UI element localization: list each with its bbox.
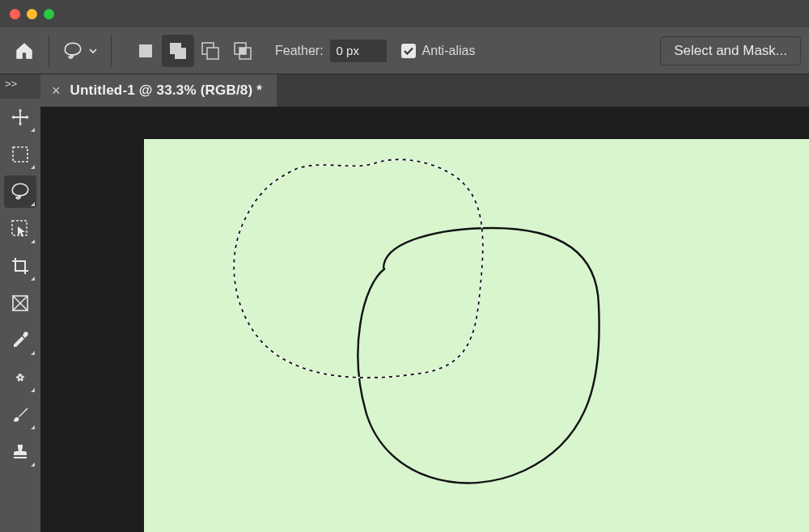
subtract-from-selection-icon xyxy=(200,40,221,61)
marquee-icon xyxy=(11,146,29,163)
window-zoom-icon[interactable] xyxy=(44,9,54,19)
add-to-selection-button[interactable] xyxy=(162,35,194,67)
lasso-icon xyxy=(62,40,83,61)
new-selection-icon xyxy=(137,42,155,60)
crop-icon xyxy=(11,256,30,276)
eyedropper-tool-button[interactable] xyxy=(4,324,36,357)
tools-panel: >> xyxy=(0,74,40,532)
select-and-mask-button[interactable]: Select and Mask... xyxy=(660,36,801,65)
subtract-from-selection-button[interactable] xyxy=(194,35,227,67)
work-area: >> xyxy=(0,74,809,532)
move-icon xyxy=(10,107,31,128)
svg-rect-8 xyxy=(13,147,28,162)
document-tabbar: × Untitled-1 @ 33.3% (RGB/8) * xyxy=(40,74,809,107)
svg-rect-0 xyxy=(139,44,152,57)
home-button[interactable] xyxy=(8,35,40,67)
svg-rect-7 xyxy=(239,48,246,54)
document-pane: × Untitled-1 @ 33.3% (RGB/8) * xyxy=(40,74,809,532)
home-icon xyxy=(14,40,35,61)
new-selection-button[interactable] xyxy=(129,35,162,67)
flyout-indicator-icon xyxy=(31,462,35,467)
document-tab[interactable]: × Untitled-1 @ 33.3% (RGB/8) * xyxy=(40,74,277,107)
lasso-tool-button[interactable] xyxy=(4,175,36,208)
flyout-indicator-icon xyxy=(31,277,35,281)
options-bar: Feather: Anti-alias Select and Mask... xyxy=(0,27,809,74)
separator xyxy=(49,35,49,67)
frame-icon xyxy=(11,294,29,312)
feather-input[interactable] xyxy=(330,40,387,62)
antialias-label: Anti-alias xyxy=(422,44,476,58)
feather-label: Feather: xyxy=(275,44,324,58)
frame-tool-button[interactable] xyxy=(4,287,36,319)
panel-expand-button[interactable]: >> xyxy=(0,74,40,99)
stamp-icon xyxy=(11,442,30,462)
stamp-tool-button[interactable] xyxy=(4,436,36,468)
eyedropper-icon xyxy=(11,331,30,350)
selection-boolean-group xyxy=(129,35,259,67)
separator xyxy=(111,35,112,67)
window-minimize-icon[interactable] xyxy=(27,9,37,19)
intersect-selection-button[interactable] xyxy=(227,35,259,67)
flyout-indicator-icon xyxy=(31,351,35,355)
flyout-indicator-icon xyxy=(31,202,35,206)
document-canvas[interactable] xyxy=(144,139,809,532)
select-and-mask-label: Select and Mask... xyxy=(674,43,787,59)
flyout-indicator-icon xyxy=(31,128,35,132)
object-selection-tool-button[interactable] xyxy=(4,213,36,245)
antialias-checkbox[interactable] xyxy=(401,44,416,58)
document-tab-title: Untitled-1 @ 33.3% (RGB/8) * xyxy=(70,82,263,99)
expand-chevrons-icon: >> xyxy=(5,78,17,90)
crop-tool-button[interactable] xyxy=(4,250,36,282)
window-close-icon[interactable] xyxy=(10,9,20,19)
canvas-content xyxy=(144,139,809,532)
close-tab-button[interactable]: × xyxy=(52,83,61,98)
object-selection-icon xyxy=(11,219,30,239)
intersect-selection-icon xyxy=(232,40,253,61)
svg-point-13 xyxy=(19,376,23,380)
brush-icon xyxy=(11,405,30,424)
flyout-indicator-icon xyxy=(31,425,35,429)
svg-rect-2 xyxy=(175,48,186,59)
lasso-icon xyxy=(10,181,31,202)
current-tool-dropdown[interactable] xyxy=(57,37,103,65)
lasso-in-progress xyxy=(358,228,599,483)
move-tool-button[interactable] xyxy=(4,101,36,133)
add-to-selection-icon xyxy=(167,40,188,61)
flyout-indicator-icon xyxy=(31,165,35,169)
chevron-down-icon xyxy=(88,46,98,56)
brush-tool-button[interactable] xyxy=(4,399,36,431)
flyout-indicator-icon xyxy=(31,239,35,243)
canvas-viewport[interactable] xyxy=(40,107,809,532)
marquee-tool-button[interactable] xyxy=(4,138,36,171)
checkmark-icon xyxy=(403,45,414,57)
svg-rect-4 xyxy=(207,48,218,59)
gear-tool-button[interactable] xyxy=(4,361,36,394)
gear-icon xyxy=(11,368,30,387)
flyout-indicator-icon xyxy=(31,388,35,392)
macos-titlebar xyxy=(0,0,809,27)
